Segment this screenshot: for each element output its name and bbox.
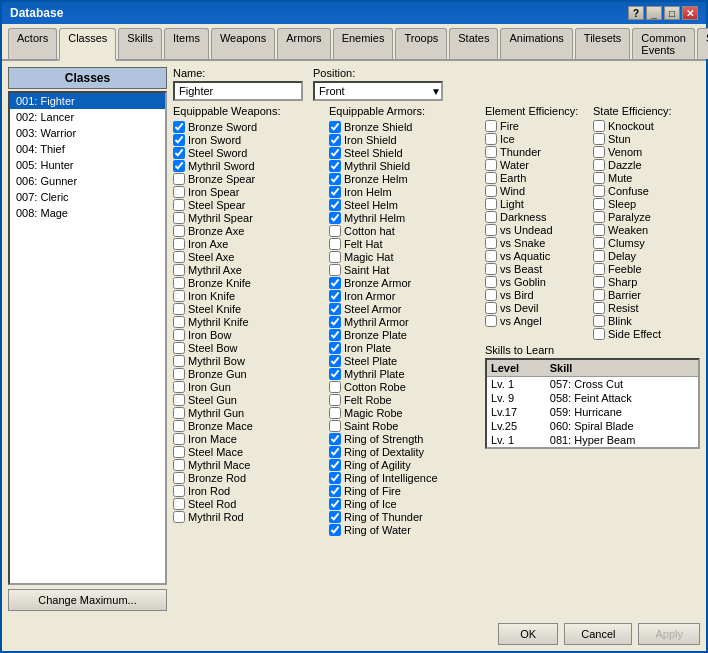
armor-item-11[interactable]: Saint Hat bbox=[329, 264, 479, 276]
armor-item-8[interactable]: Cotton hat bbox=[329, 225, 479, 237]
element-checkbox-1[interactable] bbox=[485, 133, 497, 145]
weapon-checkbox-23[interactable] bbox=[173, 420, 185, 432]
weapon-item-10[interactable]: Steel Axe bbox=[173, 251, 323, 263]
element-checkbox-14[interactable] bbox=[485, 302, 497, 314]
weapon-item-9[interactable]: Iron Axe bbox=[173, 238, 323, 250]
weapon-checkbox-11[interactable] bbox=[173, 264, 185, 276]
armor-item-13[interactable]: Iron Armor bbox=[329, 290, 479, 302]
weapon-checkbox-24[interactable] bbox=[173, 433, 185, 445]
weapon-item-13[interactable]: Iron Knife bbox=[173, 290, 323, 302]
element-checkbox-7[interactable] bbox=[485, 211, 497, 223]
armor-item-25[interactable]: Ring of Dextality bbox=[329, 446, 479, 458]
armor-item-29[interactable]: Ring of Ice bbox=[329, 498, 479, 510]
armor-checkbox-20[interactable] bbox=[329, 381, 341, 393]
tab-troops[interactable]: Troops bbox=[395, 28, 447, 59]
armor-item-15[interactable]: Mythril Armor bbox=[329, 316, 479, 328]
weapon-item-25[interactable]: Steel Mace bbox=[173, 446, 323, 458]
element-item-3[interactable]: Water bbox=[485, 159, 585, 171]
weapon-checkbox-0[interactable] bbox=[173, 121, 185, 133]
element-item-4[interactable]: Earth bbox=[485, 172, 585, 184]
weapon-checkbox-27[interactable] bbox=[173, 472, 185, 484]
ok-button[interactable]: OK bbox=[498, 623, 558, 645]
armor-checkbox-24[interactable] bbox=[329, 433, 341, 445]
weapon-checkbox-30[interactable] bbox=[173, 511, 185, 523]
element-checkbox-12[interactable] bbox=[485, 276, 497, 288]
state-checkbox-1[interactable] bbox=[593, 133, 605, 145]
state-item-8[interactable]: Weaken bbox=[593, 224, 693, 236]
armor-checkbox-19[interactable] bbox=[329, 368, 341, 380]
armor-item-6[interactable]: Steel Helm bbox=[329, 199, 479, 211]
element-item-11[interactable]: vs Beast bbox=[485, 263, 585, 275]
state-item-9[interactable]: Clumsy bbox=[593, 237, 693, 249]
help-button[interactable]: ? bbox=[628, 6, 644, 20]
state-checkbox-8[interactable] bbox=[593, 224, 605, 236]
name-input[interactable] bbox=[173, 81, 303, 101]
element-item-6[interactable]: Light bbox=[485, 198, 585, 210]
weapon-checkbox-4[interactable] bbox=[173, 173, 185, 185]
class-item-006[interactable]: 006: Gunner bbox=[10, 173, 165, 189]
armor-item-23[interactable]: Saint Robe bbox=[329, 420, 479, 432]
state-item-12[interactable]: Sharp bbox=[593, 276, 693, 288]
weapon-checkbox-10[interactable] bbox=[173, 251, 185, 263]
weapon-item-27[interactable]: Bronze Rod bbox=[173, 472, 323, 484]
weapon-checkbox-15[interactable] bbox=[173, 316, 185, 328]
weapon-checkbox-12[interactable] bbox=[173, 277, 185, 289]
weapon-checkbox-7[interactable] bbox=[173, 212, 185, 224]
weapon-checkbox-6[interactable] bbox=[173, 199, 185, 211]
weapon-checkbox-14[interactable] bbox=[173, 303, 185, 315]
weapon-item-20[interactable]: Iron Gun bbox=[173, 381, 323, 393]
armor-checkbox-28[interactable] bbox=[329, 485, 341, 497]
armor-checkbox-22[interactable] bbox=[329, 407, 341, 419]
weapon-item-4[interactable]: Bronze Spear bbox=[173, 173, 323, 185]
tab-system[interactable]: System bbox=[697, 28, 708, 59]
armor-checkbox-21[interactable] bbox=[329, 394, 341, 406]
armor-item-0[interactable]: Bronze Shield bbox=[329, 121, 479, 133]
weapon-checkbox-16[interactable] bbox=[173, 329, 185, 341]
armor-item-28[interactable]: Ring of Fire bbox=[329, 485, 479, 497]
armor-checkbox-1[interactable] bbox=[329, 134, 341, 146]
armor-checkbox-13[interactable] bbox=[329, 290, 341, 302]
weapon-item-14[interactable]: Steel Knife bbox=[173, 303, 323, 315]
armor-item-16[interactable]: Bronze Plate bbox=[329, 329, 479, 341]
state-checkbox-10[interactable] bbox=[593, 250, 605, 262]
weapon-item-2[interactable]: Steel Sword bbox=[173, 147, 323, 159]
state-checkbox-9[interactable] bbox=[593, 237, 605, 249]
element-item-0[interactable]: Fire bbox=[485, 120, 585, 132]
weapon-checkbox-22[interactable] bbox=[173, 407, 185, 419]
weapon-checkbox-9[interactable] bbox=[173, 238, 185, 250]
armor-checkbox-15[interactable] bbox=[329, 316, 341, 328]
element-item-7[interactable]: Darkness bbox=[485, 211, 585, 223]
tab-armors[interactable]: Armors bbox=[277, 28, 330, 59]
element-item-8[interactable]: vs Undead bbox=[485, 224, 585, 236]
armor-checkbox-5[interactable] bbox=[329, 186, 341, 198]
state-item-0[interactable]: Knockout bbox=[593, 120, 693, 132]
position-dropdown[interactable]: FrontMiddleBack bbox=[313, 81, 443, 101]
armor-checkbox-7[interactable] bbox=[329, 212, 341, 224]
state-item-2[interactable]: Venom bbox=[593, 146, 693, 158]
armor-checkbox-18[interactable] bbox=[329, 355, 341, 367]
state-checkbox-3[interactable] bbox=[593, 159, 605, 171]
element-checkbox-9[interactable] bbox=[485, 237, 497, 249]
weapon-checkbox-21[interactable] bbox=[173, 394, 185, 406]
state-checkbox-13[interactable] bbox=[593, 289, 605, 301]
tab-states[interactable]: States bbox=[449, 28, 498, 59]
armor-checkbox-27[interactable] bbox=[329, 472, 341, 484]
element-checkbox-10[interactable] bbox=[485, 250, 497, 262]
armor-item-26[interactable]: Ring of Agility bbox=[329, 459, 479, 471]
element-item-10[interactable]: vs Aquatic bbox=[485, 250, 585, 262]
weapon-item-15[interactable]: Mythril Knife bbox=[173, 316, 323, 328]
tab-skills[interactable]: Skills bbox=[118, 28, 162, 59]
change-maximum-button[interactable]: Change Maximum... bbox=[8, 589, 167, 611]
armor-item-21[interactable]: Felt Robe bbox=[329, 394, 479, 406]
weapon-item-19[interactable]: Bronze Gun bbox=[173, 368, 323, 380]
state-item-6[interactable]: Sleep bbox=[593, 198, 693, 210]
armor-item-31[interactable]: Ring of Water bbox=[329, 524, 479, 536]
state-item-16[interactable]: Side Effect bbox=[593, 328, 693, 340]
state-item-15[interactable]: Blink bbox=[593, 315, 693, 327]
armor-item-3[interactable]: Mythril Shield bbox=[329, 160, 479, 172]
state-checkbox-4[interactable] bbox=[593, 172, 605, 184]
weapon-item-30[interactable]: Mythril Rod bbox=[173, 511, 323, 523]
state-checkbox-7[interactable] bbox=[593, 211, 605, 223]
armor-checkbox-10[interactable] bbox=[329, 251, 341, 263]
weapon-checkbox-13[interactable] bbox=[173, 290, 185, 302]
